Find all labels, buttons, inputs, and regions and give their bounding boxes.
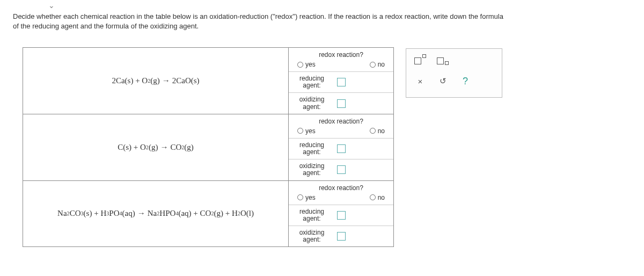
- reaction-table: 2Ca(s) + O2(g)→2CaO(s) redox reaction? y…: [23, 47, 394, 247]
- no-option[interactable]: no: [370, 127, 385, 135]
- help-button[interactable]: ?: [459, 76, 472, 86]
- redox-header: redox reaction?: [289, 181, 393, 193]
- yes-label: yes: [305, 194, 316, 201]
- reaction-cell-3: Na2CO3(s) + H3PO4(aq)→Na2HPO4(aq) + CO2(…: [23, 181, 289, 247]
- table-row: C(s) + O2(g)→CO2(g) redox reaction? yes …: [23, 114, 393, 180]
- no-label: no: [378, 194, 385, 201]
- table-row: Na2CO3(s) + H3PO4(aq)→Na2HPO4(aq) + CO2(…: [23, 180, 393, 247]
- radio-icon: [297, 128, 303, 134]
- reducing-agent-row: reducing agent:: [289, 138, 393, 159]
- reducing-agent-input[interactable]: [337, 144, 346, 153]
- table-row: 2Ca(s) + O2(g)→2CaO(s) redox reaction? y…: [23, 48, 393, 114]
- reducing-agent-input[interactable]: [337, 78, 346, 86]
- oxidizing-agent-row: oxidizing agent:: [289, 226, 393, 246]
- subscript-tool[interactable]: [436, 54, 449, 65]
- no-option[interactable]: no: [370, 61, 385, 68]
- yes-label: yes: [305, 61, 316, 68]
- radio-icon: [370, 62, 376, 68]
- oxidizing-agent-label: oxidizing agent:: [293, 163, 331, 177]
- reducing-agent-input[interactable]: [337, 211, 346, 220]
- answer-column-2: redox reaction? yes no reducing agent: o…: [289, 114, 393, 180]
- yes-label: yes: [305, 127, 316, 135]
- no-option[interactable]: no: [370, 194, 385, 201]
- reducing-agent-row: reducing agent:: [289, 205, 393, 226]
- reaction-cell-2: C(s) + O2(g)→CO2(g): [23, 114, 289, 180]
- no-label: no: [378, 61, 385, 68]
- superscript-tool[interactable]: [414, 54, 427, 65]
- reducing-agent-label: reducing agent:: [293, 142, 331, 156]
- oxidizing-agent-label: oxidizing agent:: [293, 229, 331, 243]
- oxidizing-agent-row: oxidizing agent:: [289, 159, 393, 180]
- prompt-line1: Decide whether each chemical reaction in…: [13, 12, 503, 20]
- prompt-line2: of the reducing agent and the formula of…: [13, 22, 199, 30]
- answer-column-3: redox reaction? yes no reducing agent: o…: [289, 181, 393, 247]
- oxidizing-agent-row: oxidizing agent:: [289, 92, 393, 113]
- redox-header: redox reaction?: [289, 114, 393, 126]
- no-label: no: [378, 127, 385, 135]
- yes-no-row: yes no: [289, 126, 393, 138]
- yes-option[interactable]: yes: [297, 127, 316, 135]
- radio-icon: [297, 62, 303, 68]
- chevron-down-icon: ⌄: [48, 1, 55, 10]
- radio-icon: [370, 128, 376, 134]
- reset-button[interactable]: ↺: [436, 76, 449, 86]
- oxidizing-agent-input[interactable]: [337, 165, 346, 174]
- reducing-agent-label: reducing agent:: [293, 208, 331, 222]
- yes-no-row: yes no: [289, 193, 393, 205]
- input-toolbar: × ↺ ?: [406, 48, 502, 98]
- reducing-agent-row: reducing agent:: [289, 71, 393, 92]
- reaction-cell-1: 2Ca(s) + O2(g)→2CaO(s): [23, 48, 289, 114]
- clear-button[interactable]: ×: [414, 76, 427, 86]
- problem-prompt: Decide whether each chemical reaction in…: [13, 12, 633, 31]
- reducing-agent-label: reducing agent:: [293, 75, 331, 89]
- yes-option[interactable]: yes: [297, 61, 316, 68]
- yes-no-row: yes no: [289, 60, 393, 71]
- answer-column-1: redox reaction? yes no reducing agent: o…: [289, 48, 393, 114]
- radio-icon: [297, 194, 303, 200]
- redox-header: redox reaction?: [289, 48, 393, 60]
- radio-icon: [370, 194, 376, 200]
- oxidizing-agent-input[interactable]: [337, 99, 346, 108]
- yes-option[interactable]: yes: [297, 194, 316, 201]
- oxidizing-agent-input[interactable]: [337, 232, 346, 241]
- oxidizing-agent-label: oxidizing agent:: [293, 96, 331, 110]
